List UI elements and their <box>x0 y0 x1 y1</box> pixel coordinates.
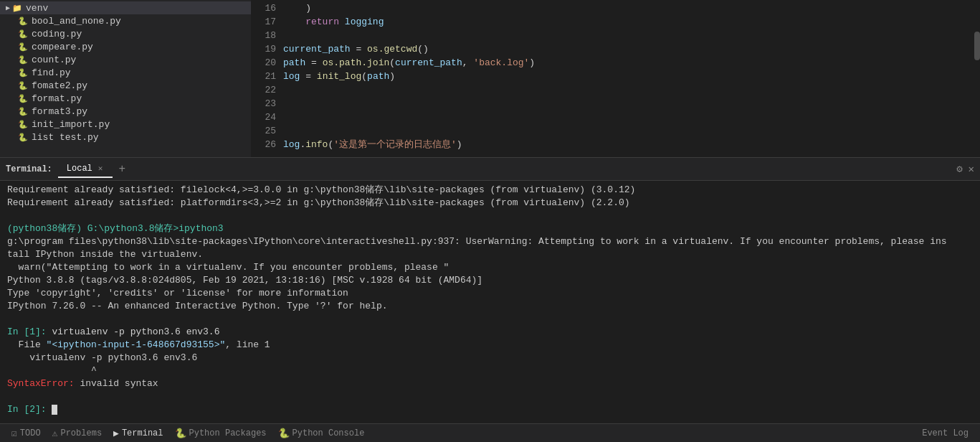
status-todo-label: TODO <box>20 428 41 438</box>
terminal-line <box>7 390 973 403</box>
code-editor: 16 17 18 19 20 21 22 23 24 25 26 ) retur… <box>251 0 980 157</box>
status-item-event-log[interactable]: Event Log <box>916 428 974 438</box>
list-item[interactable]: 🐍 find.py <box>0 66 251 79</box>
terminal-tab-name: Local <box>67 164 92 174</box>
terminal-tab-local[interactable]: Local ✕ <box>58 161 113 178</box>
terminal-tab-close[interactable]: ✕ <box>97 164 105 173</box>
status-item-python-console[interactable]: 🐍 Python Console <box>272 424 371 442</box>
status-item-problems[interactable]: ⚠ Problems <box>47 424 108 442</box>
terminal-content[interactable]: Requirement already satisfied: filelock<… <box>0 181 980 423</box>
file-name: coding.py <box>32 29 82 39</box>
terminal-cursor <box>52 405 57 415</box>
settings-icon[interactable]: ⚙ <box>956 163 962 175</box>
status-python-packages-label: Python Packages <box>189 428 267 438</box>
status-item-terminal[interactable]: ▶ Terminal <box>108 424 168 442</box>
python-file-icon: 🐍 <box>17 15 29 27</box>
line-numbers: 16 17 18 19 20 21 22 23 24 25 26 <box>251 0 283 157</box>
terminal-line: Type 'copyright', 'credits' or 'license'… <box>7 287 973 300</box>
terminal-header: Terminal: Local ✕ + ⚙ ✕ <box>0 158 980 181</box>
list-item[interactable]: 🐍 format3.py <box>0 105 251 118</box>
terminal-label: Terminal: <box>6 164 52 174</box>
python-file-icon: 🐍 <box>17 93 29 104</box>
list-item[interactable]: 🐍 init_import.py <box>0 118 251 131</box>
code-line-26: log.info('这是第一个记录的日志信息') <box>283 138 973 151</box>
file-name: bool_and_none.py <box>32 16 121 27</box>
terminal-line: Requirement already satisfied: platformd… <box>7 197 973 210</box>
scrollbar-thumb[interactable] <box>974 32 980 60</box>
vertical-scrollbar[interactable] <box>973 0 980 157</box>
list-item[interactable]: 🐍 fomate2.py <box>0 79 251 92</box>
file-name: find.py <box>32 67 71 78</box>
python-packages-icon: 🐍 <box>175 428 186 439</box>
terminal-line: (python38储存) G:\python3.8储存>ipython3 <box>7 222 973 235</box>
code-line-16: ) <box>283 1 973 15</box>
python-file-icon: 🐍 <box>17 67 29 78</box>
python-file-icon: 🐍 <box>17 80 29 91</box>
terminal-line: Requirement already satisfied: filelock<… <box>7 184 973 197</box>
python-file-icon: 🐍 <box>17 54 29 65</box>
python-file-icon: 🐍 <box>17 131 29 143</box>
terminal-line: Python 3.8.8 (tags/v3.8.8:024d805, Feb 1… <box>7 274 973 287</box>
code-text-area[interactable]: ) return logging current_path = os.getcw… <box>283 0 973 157</box>
status-problems-label: Problems <box>60 428 102 438</box>
status-item-python-packages[interactable]: 🐍 Python Packages <box>169 424 272 442</box>
status-right: Event Log <box>916 428 974 438</box>
code-line-23 <box>283 97 973 110</box>
chevron-right-icon: ▶ <box>6 4 10 12</box>
todo-icon: ☑ <box>11 428 17 439</box>
file-name: count.py <box>32 55 76 65</box>
list-item[interactable]: 🐍 compeare.py <box>0 40 251 53</box>
code-line-24 <box>283 110 973 124</box>
close-panel-icon[interactable]: ✕ <box>969 163 974 175</box>
terminal-area: Terminal: Local ✕ + ⚙ ✕ Requirement alre… <box>0 158 980 423</box>
status-terminal-label: Terminal <box>122 428 163 438</box>
list-item[interactable]: 🐍 list test.py <box>0 131 251 144</box>
python-console-icon: 🐍 <box>278 428 290 439</box>
file-name: fomate2.py <box>32 80 87 91</box>
code-line-21: log = init_log(path) <box>283 70 973 83</box>
terminal-line: File "<ipython-input-1-648667d93155>", l… <box>7 339 973 352</box>
status-python-console-label: Python Console <box>292 428 365 438</box>
list-item[interactable]: 🐍 count.py <box>0 53 251 66</box>
terminal-line: In [1]: virtualenv -p python3.6 env3.6 <box>7 326 973 339</box>
status-bar: ☑ TODO ⚠ Problems ▶ Terminal 🐍 Python Pa… <box>0 423 980 442</box>
list-item[interactable]: 🐍 bool_and_none.py <box>0 14 251 27</box>
terminal-line <box>7 313 973 326</box>
code-line-22 <box>283 83 973 97</box>
terminal-add-button[interactable]: + <box>113 160 131 179</box>
code-line-17: return logging <box>283 15 973 29</box>
terminal-icon: ▶ <box>113 428 119 439</box>
python-file-icon: 🐍 <box>17 41 29 52</box>
file-name: list test.py <box>32 132 99 143</box>
terminal-line: SyntaxError: invalid syntax <box>7 377 973 390</box>
terminal-header-actions: ⚙ ✕ <box>956 163 974 175</box>
terminal-line: ^ <box>7 365 973 377</box>
code-line-19: current_path = os.getcwd() <box>283 42 973 56</box>
python-file-icon: 🐍 <box>17 28 29 39</box>
file-name: format3.py <box>32 106 87 117</box>
terminal-line: g:\program files\python38\lib\site-packa… <box>7 235 973 261</box>
status-event-log-label: Event Log <box>922 428 969 438</box>
file-name: format.py <box>32 93 82 104</box>
folder-icon: 📁 <box>11 2 23 14</box>
code-line-20: path = os.path.join(current_path, 'back.… <box>283 56 973 70</box>
terminal-line: warn("Attempting to work in a virtualenv… <box>7 261 973 274</box>
python-file-icon: 🐍 <box>17 105 29 117</box>
venv-folder[interactable]: ▶ 📁 venv <box>0 1 251 14</box>
folder-name: venv <box>26 3 48 14</box>
terminal-line <box>7 210 973 222</box>
file-tree: ▶ 📁 venv 🐍 bool_and_none.py 🐍 coding.py … <box>0 0 251 157</box>
terminal-line: IPython 7.26.0 -- An enhanced Interactiv… <box>7 300 973 313</box>
terminal-line: virtualenv -p python3.6 env3.6 <box>7 352 973 365</box>
file-name: init_import.py <box>32 119 110 130</box>
python-file-icon: 🐍 <box>17 118 29 130</box>
file-name: compeare.py <box>32 42 93 52</box>
status-item-todo[interactable]: ☑ TODO <box>6 424 47 442</box>
top-area: ▶ 📁 venv 🐍 bool_and_none.py 🐍 coding.py … <box>0 0 980 158</box>
warning-icon: ⚠ <box>52 428 58 439</box>
list-item[interactable]: 🐍 coding.py <box>0 27 251 40</box>
code-line-25 <box>283 124 973 138</box>
terminal-input-line: In [2]: <box>7 403 973 416</box>
list-item[interactable]: 🐍 format.py <box>0 92 251 105</box>
code-line-18 <box>283 29 973 42</box>
